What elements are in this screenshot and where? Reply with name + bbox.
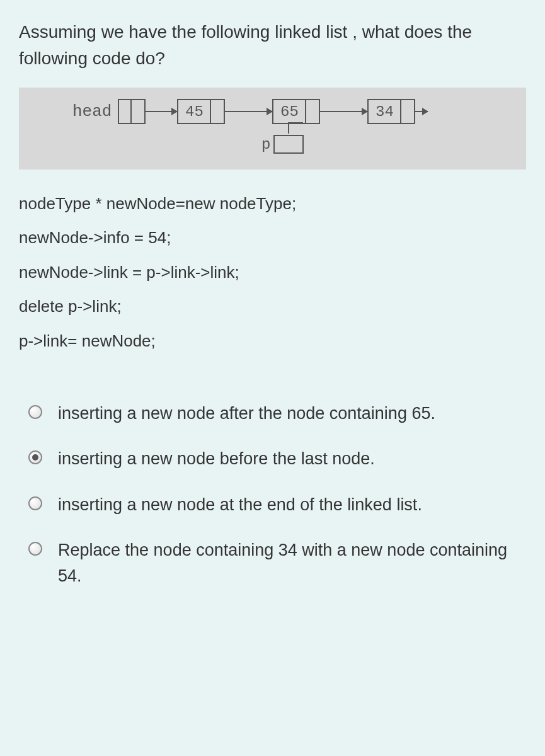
code-line-5: p->link= newNode;: [19, 326, 526, 357]
code-line-4: delete p->link;: [19, 291, 526, 322]
arrow-icon: [320, 111, 367, 112]
radio-icon[interactable]: [28, 405, 42, 419]
radio-icon[interactable]: [28, 496, 42, 510]
p-box: [273, 135, 304, 154]
option-c[interactable]: inserting a new node at the end of the l…: [28, 492, 526, 518]
options-group: inserting a new node after the node cont…: [28, 401, 526, 589]
node-65: 65: [272, 99, 320, 124]
option-d[interactable]: Replace the node containing 34 with a ne…: [28, 537, 526, 588]
option-d-text: Replace the node containing 34 with a ne…: [58, 537, 526, 588]
option-c-text: inserting a new node at the end of the l…: [58, 492, 422, 518]
arrow-icon: [225, 111, 272, 112]
p-label: p: [261, 136, 270, 153]
radio-icon[interactable]: [28, 450, 42, 464]
p-arrow-connector: [288, 122, 289, 134]
head-label: head: [72, 102, 112, 121]
p-pointer: p: [261, 135, 304, 154]
node-34: 34: [367, 99, 415, 124]
code-line-2: newNode->info = 54;: [19, 222, 526, 253]
question-text: Assuming we have the following linked li…: [19, 19, 526, 72]
arrow-icon: [415, 111, 428, 112]
code-line-3: newNode->link = p->link->link;: [19, 257, 526, 288]
option-a[interactable]: inserting a new node after the node cont…: [28, 401, 526, 427]
radio-icon[interactable]: [28, 542, 42, 556]
code-line-1: nodeType * newNode=new nodeType;: [19, 188, 526, 219]
option-a-text: inserting a new node after the node cont…: [58, 401, 435, 427]
option-b-text: inserting a new node before the last nod…: [58, 446, 375, 472]
head-node: [118, 99, 146, 124]
option-b[interactable]: inserting a new node before the last nod…: [28, 446, 526, 472]
node-45: 45: [177, 99, 225, 124]
p-arrow-connector: [288, 122, 303, 123]
code-block: nodeType * newNode=new nodeType; newNode…: [19, 188, 526, 357]
arrow-icon: [146, 111, 177, 112]
linked-list-diagram: head 45 65 34 p: [19, 88, 526, 169]
